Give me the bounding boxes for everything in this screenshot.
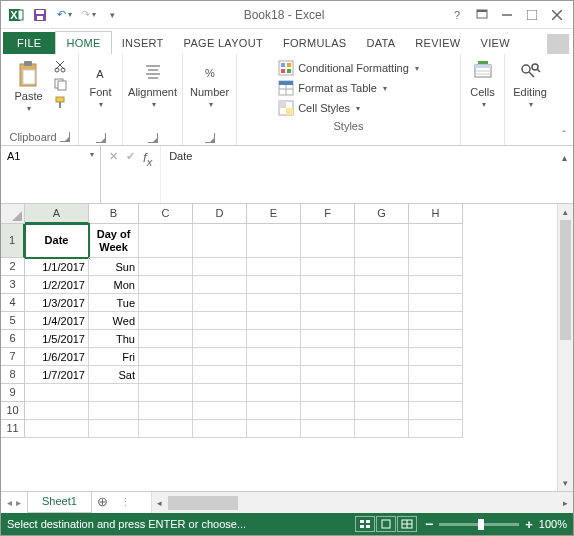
cell[interactable] (89, 384, 139, 402)
cell[interactable]: Mon (89, 276, 139, 294)
cell[interactable] (247, 366, 301, 384)
ribbon-options-icon[interactable] (470, 5, 494, 25)
scroll-right-icon[interactable]: ▸ (557, 498, 573, 508)
tab-formulas[interactable]: FORMULAS (273, 32, 357, 54)
cell[interactable] (193, 276, 247, 294)
horizontal-scrollbar[interactable]: ◂ ▸ (151, 492, 573, 513)
cell[interactable] (139, 402, 193, 420)
qat-customize-icon[interactable]: ▾ (101, 4, 123, 26)
collapse-ribbon-icon[interactable]: ˆ (555, 54, 573, 145)
format-painter-icon[interactable] (51, 94, 69, 110)
tab-file[interactable]: FILE (3, 32, 55, 54)
number-launcher[interactable] (205, 133, 215, 143)
cell[interactable] (193, 384, 247, 402)
cell[interactable] (139, 420, 193, 438)
zoom-slider[interactable] (439, 523, 519, 526)
row-header[interactable]: 10 (1, 402, 25, 420)
name-box[interactable]: A1▾ (1, 146, 101, 203)
cell[interactable] (409, 366, 463, 384)
cell[interactable] (247, 294, 301, 312)
cell[interactable] (355, 348, 409, 366)
alignment-launcher[interactable] (148, 133, 158, 143)
format-as-table-button[interactable]: Format as Table▾ (276, 78, 389, 98)
cell[interactable] (25, 384, 89, 402)
cell[interactable] (301, 330, 355, 348)
cell[interactable] (139, 294, 193, 312)
cell[interactable] (301, 420, 355, 438)
cell[interactable] (25, 420, 89, 438)
cell[interactable] (355, 366, 409, 384)
cell[interactable] (355, 402, 409, 420)
cell[interactable] (301, 366, 355, 384)
editing-group-button[interactable]: Editing▾ (509, 58, 551, 111)
cell[interactable]: 1/6/2017 (25, 348, 89, 366)
cell[interactable]: Sun (89, 258, 139, 276)
cell[interactable] (89, 420, 139, 438)
alignment-group-button[interactable]: Alignment▾ (124, 58, 181, 111)
scroll-down-icon[interactable]: ▾ (558, 475, 573, 491)
save-icon[interactable] (29, 4, 51, 26)
page-layout-view-button[interactable] (376, 516, 396, 532)
cell[interactable] (301, 384, 355, 402)
cell[interactable] (139, 258, 193, 276)
number-group-button[interactable]: %Number▾ (186, 58, 233, 111)
cell[interactable] (301, 224, 355, 258)
cell[interactable] (139, 348, 193, 366)
cell[interactable] (409, 402, 463, 420)
cell[interactable] (193, 224, 247, 258)
cell[interactable] (409, 276, 463, 294)
cell[interactable] (355, 224, 409, 258)
scroll-left-icon[interactable]: ◂ (152, 498, 168, 508)
insert-function-icon[interactable]: fx (143, 150, 152, 168)
cell[interactable]: 1/7/2017 (25, 366, 89, 384)
tab-view[interactable]: VIEW (471, 32, 520, 54)
tab-data[interactable]: DATA (356, 32, 405, 54)
excel-icon[interactable]: X (5, 4, 27, 26)
cell[interactable] (193, 330, 247, 348)
row-header[interactable]: 9 (1, 384, 25, 402)
cell[interactable] (247, 420, 301, 438)
cell[interactable] (247, 402, 301, 420)
row-header[interactable]: 2 (1, 258, 25, 276)
cell[interactable] (247, 330, 301, 348)
conditional-formatting-button[interactable]: Conditional Formatting▾ (276, 58, 421, 78)
cell[interactable] (247, 224, 301, 258)
clipboard-launcher[interactable] (60, 132, 70, 142)
hscroll-thumb[interactable] (168, 496, 238, 510)
normal-view-button[interactable] (355, 516, 375, 532)
cell[interactable] (409, 384, 463, 402)
vscroll-thumb[interactable] (560, 220, 571, 340)
cell[interactable] (409, 330, 463, 348)
redo-icon[interactable]: ↷▾ (77, 4, 99, 26)
cancel-formula-icon[interactable]: ✕ (109, 150, 118, 163)
cell[interactable] (193, 348, 247, 366)
cell[interactable] (139, 224, 193, 258)
cell[interactable] (193, 402, 247, 420)
cell[interactable] (409, 258, 463, 276)
tab-page-layout[interactable]: PAGE LAYOUT (174, 32, 273, 54)
close-button[interactable] (545, 5, 569, 25)
row-header[interactable]: 7 (1, 348, 25, 366)
cell[interactable] (301, 312, 355, 330)
cell[interactable]: 1/3/2017 (25, 294, 89, 312)
cell[interactable] (355, 330, 409, 348)
cell[interactable]: 1/2/2017 (25, 276, 89, 294)
cell[interactable] (301, 348, 355, 366)
cell[interactable] (139, 276, 193, 294)
tab-home[interactable]: HOME (55, 31, 111, 54)
next-sheet-icon[interactable]: ▸ (16, 497, 21, 508)
cell[interactable] (409, 312, 463, 330)
cell[interactable]: 1/1/2017 (25, 258, 89, 276)
cell[interactable] (409, 294, 463, 312)
maximize-button[interactable] (520, 5, 544, 25)
cell[interactable] (301, 294, 355, 312)
sheet-tab-sheet1[interactable]: Sheet1 (27, 492, 92, 513)
cell[interactable] (193, 258, 247, 276)
user-avatar[interactable] (547, 34, 569, 54)
cell[interactable] (247, 384, 301, 402)
cell[interactable] (25, 402, 89, 420)
column-header-A[interactable]: A (25, 204, 89, 224)
row-header[interactable]: 1 (1, 224, 25, 258)
cell[interactable] (355, 258, 409, 276)
paste-button[interactable]: Paste ▾ (10, 58, 46, 115)
